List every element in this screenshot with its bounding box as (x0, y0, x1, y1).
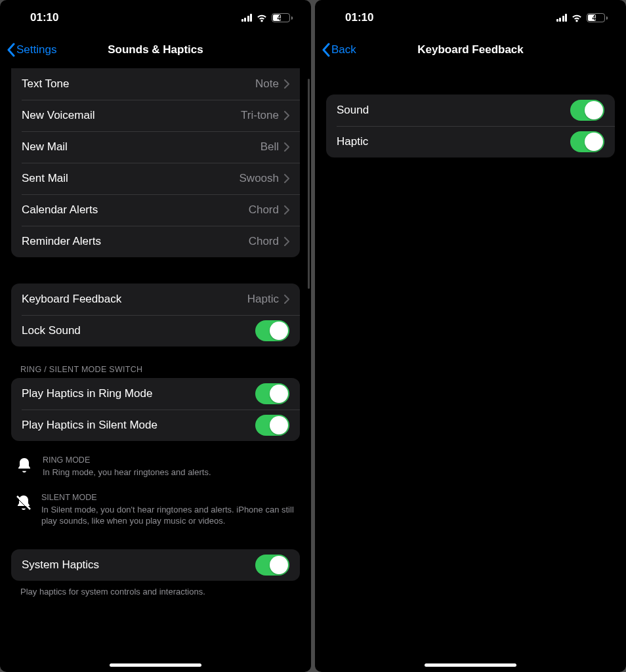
system-haptics-toggle[interactable] (255, 555, 289, 576)
sound-toggle[interactable] (570, 100, 604, 121)
home-indicator[interactable] (110, 663, 201, 667)
row-sound[interactable]: Sound (326, 94, 615, 126)
page-title: Keyboard Feedback (417, 43, 524, 56)
phone-right: 01:10 48 Back Keyboard Feedback Sound (315, 0, 626, 672)
back-button[interactable]: Settings (7, 43, 56, 57)
row-label: New Voicemail (22, 109, 241, 122)
back-button[interactable]: Back (322, 43, 356, 57)
row-text-tone[interactable]: Text Tone Note (11, 68, 300, 100)
info-desc: In Ring mode, you hear ringtones and ale… (43, 467, 211, 478)
row-value: Note (255, 77, 279, 91)
row-label: Play Haptics in Silent Mode (22, 419, 255, 432)
chevron-right-icon (284, 205, 289, 215)
row-value: Tri-tone (241, 109, 279, 122)
content-left: Text Tone Note New Voicemail Tri-tone Ne… (0, 64, 311, 672)
system-haptics-footer: Play haptics for system controls and int… (20, 586, 291, 598)
status-right: 48 (556, 13, 608, 22)
row-haptic[interactable]: Haptic (326, 126, 615, 158)
row-label: Lock Sound (22, 324, 255, 337)
ring-silent-header: RING / SILENT MODE SWITCH (20, 365, 300, 374)
bell-icon (15, 455, 33, 478)
scrollbar[interactable] (308, 79, 310, 289)
haptic-toggle[interactable] (570, 131, 604, 152)
row-value: Chord (249, 203, 279, 217)
lock-sound-toggle[interactable] (255, 320, 289, 341)
page-title: Sounds & Haptics (108, 43, 203, 56)
keyboard-feedback-group: Sound Haptic (326, 94, 615, 158)
row-value: Chord (249, 235, 279, 248)
chevron-right-icon (284, 237, 289, 246)
row-new-voicemail[interactable]: New Voicemail Tri-tone (11, 100, 300, 131)
chevron-right-icon (284, 174, 289, 183)
row-system-haptics[interactable]: System Haptics (11, 549, 300, 581)
battery-icon: 48 (272, 13, 293, 22)
info-desc: In Silent mode, you don't hear ringtones… (41, 504, 296, 527)
status-bar: 01:10 48 (0, 0, 311, 35)
chevron-right-icon (284, 142, 289, 152)
row-value: Swoosh (240, 172, 279, 185)
row-haptics-silent[interactable]: Play Haptics in Silent Mode (11, 410, 300, 441)
nav-bar: Back Keyboard Feedback (315, 35, 626, 64)
status-right: 48 (241, 13, 293, 22)
chevron-left-icon (322, 43, 330, 57)
row-label: Reminder Alerts (22, 235, 249, 248)
ring-mode-info: RING MODE In Ring mode, you hear rington… (15, 455, 296, 478)
back-label: Back (331, 43, 356, 56)
row-label: New Mail (22, 140, 261, 154)
ring-silent-group: Play Haptics in Ring Mode Play Haptics i… (11, 378, 300, 441)
chevron-right-icon (284, 295, 289, 304)
chevron-right-icon (284, 79, 289, 89)
status-time: 01:10 (345, 11, 373, 24)
status-bar: 01:10 48 (315, 0, 626, 35)
back-label: Settings (16, 43, 56, 56)
silent-mode-info: SILENT MODE In Silent mode, you don't he… (15, 493, 296, 527)
chevron-left-icon (7, 43, 15, 57)
bell-slash-icon (15, 493, 32, 527)
row-sent-mail[interactable]: Sent Mail Swoosh (11, 163, 300, 194)
home-indicator[interactable] (425, 663, 516, 667)
row-value: Bell (261, 140, 279, 154)
battery-icon: 48 (587, 13, 608, 22)
chevron-right-icon (284, 111, 289, 120)
haptics-silent-toggle[interactable] (255, 415, 289, 436)
row-label: Sent Mail (22, 172, 240, 185)
haptics-ring-toggle[interactable] (255, 383, 289, 404)
row-haptics-ring[interactable]: Play Haptics in Ring Mode (11, 378, 300, 410)
row-lock-sound[interactable]: Lock Sound (11, 315, 300, 346)
row-label: Sound (337, 104, 570, 117)
row-new-mail[interactable]: New Mail Bell (11, 131, 300, 163)
row-label: Play Haptics in Ring Mode (22, 387, 255, 400)
cellular-icon (556, 14, 568, 22)
row-calendar-alerts[interactable]: Calendar Alerts Chord (11, 194, 300, 226)
row-keyboard-feedback[interactable]: Keyboard Feedback Haptic (11, 284, 300, 315)
keyboard-group: Keyboard Feedback Haptic Lock Sound (11, 284, 300, 346)
row-label: Keyboard Feedback (22, 293, 247, 306)
info-title: SILENT MODE (41, 493, 296, 502)
system-haptics-group: System Haptics (11, 549, 300, 581)
content-right: Sound Haptic (315, 64, 626, 672)
nav-bar: Settings Sounds & Haptics (0, 35, 311, 64)
wifi-icon (571, 14, 583, 22)
row-label: Haptic (337, 135, 570, 148)
status-time: 01:10 (30, 11, 58, 24)
row-reminder-alerts[interactable]: Reminder Alerts Chord (11, 226, 300, 257)
row-value: Haptic (247, 293, 279, 306)
sounds-group: Text Tone Note New Voicemail Tri-tone Ne… (11, 68, 300, 257)
wifi-icon (256, 14, 268, 22)
info-title: RING MODE (43, 455, 211, 465)
cellular-icon (241, 14, 253, 22)
phone-left: 01:10 48 Settings Sounds & Haptics Text … (0, 0, 311, 672)
row-label: Text Tone (22, 77, 255, 91)
row-label: System Haptics (22, 558, 255, 572)
row-label: Calendar Alerts (22, 203, 249, 217)
